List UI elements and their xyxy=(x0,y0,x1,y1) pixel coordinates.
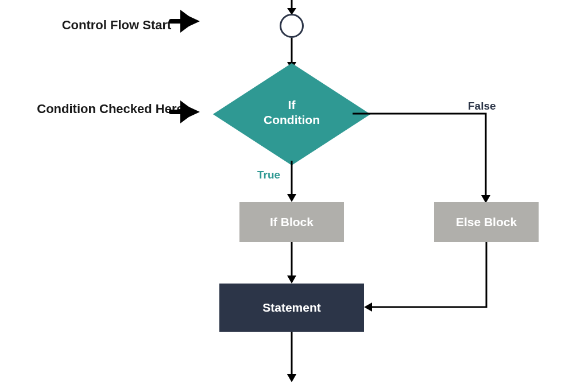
svg-marker-1 xyxy=(184,104,200,119)
exit-flow-arrow xyxy=(285,332,299,382)
svg-marker-10 xyxy=(287,275,296,284)
arrow-icon xyxy=(170,103,204,121)
arrow-icon xyxy=(170,13,204,30)
entry-flow-arrow xyxy=(285,0,299,15)
svg-marker-11 xyxy=(364,302,372,312)
decision-text: If Condition xyxy=(229,98,355,128)
control-flow-start-label: Control Flow Start xyxy=(51,17,183,34)
else-to-statement-arrow xyxy=(362,242,494,313)
if-block-node: If Block xyxy=(239,202,344,242)
else-block-node: Else Block xyxy=(434,202,539,242)
statement-node: Statement xyxy=(219,284,364,332)
condition-checked-label: Condition Checked Here xyxy=(37,101,184,118)
svg-marker-7 xyxy=(287,194,296,202)
true-branch-label: True xyxy=(257,169,280,181)
svg-marker-0 xyxy=(184,14,200,29)
svg-marker-13 xyxy=(287,374,296,382)
false-branch-arrow xyxy=(353,109,495,207)
start-node xyxy=(280,14,304,38)
decision-node: If Condition xyxy=(229,65,355,163)
decision-line2: Condition xyxy=(264,113,320,126)
decision-line1: If xyxy=(288,98,296,111)
if-to-statement-arrow xyxy=(285,242,299,284)
true-branch-arrow xyxy=(285,161,299,202)
